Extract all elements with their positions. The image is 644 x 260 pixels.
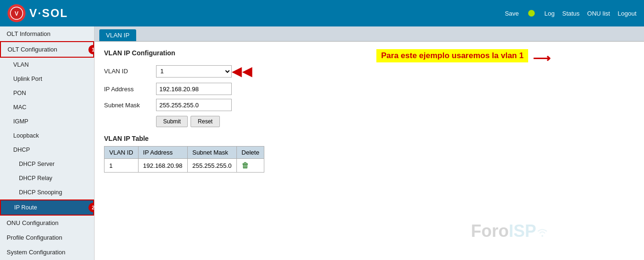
section-title: VLAN IP Configuration xyxy=(104,49,362,57)
ip-address-input[interactable] xyxy=(156,83,232,95)
long-arrow: ⟶ xyxy=(533,51,550,66)
sidebar-item-ip-route[interactable]: IP Route 2 xyxy=(0,199,94,216)
sidebar-item-dhcp-server[interactable]: DHCP Server xyxy=(0,157,94,171)
col-vlan-id: VLAN ID xyxy=(104,147,139,159)
form-row-subnet-mask: Subnet Mask xyxy=(104,99,362,111)
sidebar-item-system-configuration[interactable]: System Configuration xyxy=(0,245,94,260)
button-row: Submit Reset xyxy=(156,116,362,127)
header-links: Log Status ONU list Logout xyxy=(544,10,636,17)
sidebar-item-onu-configuration[interactable]: ONU Configuration xyxy=(0,216,94,230)
cell-ip-address: 192.168.20.98 xyxy=(138,159,187,173)
logo-area: V V·SOL xyxy=(8,4,68,22)
tab-bar: VLAN IP xyxy=(95,26,644,42)
col-delete: Delete xyxy=(236,147,264,159)
badge-1: 1 xyxy=(88,45,95,54)
save-button[interactable]: Save xyxy=(505,10,519,17)
cell-subnet-mask: 255.255.255.0 xyxy=(187,159,236,173)
sidebar-item-mac[interactable]: MAC xyxy=(0,100,94,114)
main-content: VLAN IP VLAN IP Configuration VLAN ID 1 … xyxy=(95,26,644,260)
header: V V·SOL Save Log Status ONU list Logout xyxy=(0,0,644,26)
sidebar-item-profile-configuration[interactable]: Profile Configuration xyxy=(0,230,94,245)
subnet-mask-input[interactable] xyxy=(156,99,232,111)
watermark-foro: Foro xyxy=(471,221,509,241)
sidebar-item-dhcp[interactable]: DHCP xyxy=(0,143,94,157)
col-ip-address: IP Address xyxy=(138,147,187,159)
vlan-id-label: VLAN ID xyxy=(104,68,156,75)
sidebar-item-uplink-port[interactable]: Uplink Port xyxy=(0,72,94,86)
header-right: Save Log Status ONU list Logout xyxy=(505,10,636,17)
subnet-mask-label: Subnet Mask xyxy=(104,102,156,109)
content-top: VLAN IP Configuration VLAN ID 1 2 10 100… xyxy=(104,49,635,127)
sidebar: OLT Information OLT Configuration 1 VLAN… xyxy=(0,26,95,260)
badge-2: 2 xyxy=(88,203,95,212)
watermark: Foro ISP xyxy=(471,221,549,241)
sidebar-item-dhcp-snooping[interactable]: DHCP Snooping xyxy=(0,185,94,199)
table-row: 1 192.168.20.98 255.255.255.0 🗑 xyxy=(104,159,264,173)
sidebar-item-vlan[interactable]: VLAN xyxy=(0,58,94,72)
sidebar-item-olt-information[interactable]: OLT Information xyxy=(0,26,94,41)
wifi-icon xyxy=(535,227,549,238)
status-indicator xyxy=(528,10,535,17)
delete-button[interactable]: 🗑 xyxy=(242,161,249,170)
vlan-id-select[interactable]: 1 2 10 100 xyxy=(156,65,232,78)
svg-point-2 xyxy=(541,235,543,237)
sidebar-item-igmp[interactable]: IGMP xyxy=(0,114,94,129)
brand-name: V·SOL xyxy=(29,7,68,20)
sidebar-item-loopback[interactable]: Loopback xyxy=(0,129,94,143)
logo-icon: V xyxy=(8,4,26,22)
cell-vlan-id: 1 xyxy=(104,159,139,173)
sidebar-item-dhcp-relay[interactable]: DHCP Relay xyxy=(0,171,94,185)
content-area: VLAN IP Configuration VLAN ID 1 2 10 100… xyxy=(95,42,644,180)
red-arrow-indicator: ◀◀ xyxy=(232,63,252,79)
tab-vlan-ip[interactable]: VLAN IP xyxy=(99,29,136,41)
annotation-text: Para este ejemplo usaremos la vlan 1 xyxy=(376,49,528,62)
form-row-ip-address: IP Address xyxy=(104,83,362,95)
col-subnet-mask: Subnet Mask xyxy=(187,147,236,159)
form-row-vlan-id: VLAN ID 1 2 10 100 ◀◀ xyxy=(104,63,362,79)
submit-button[interactable]: Submit xyxy=(156,116,188,127)
main-layout: OLT Information OLT Configuration 1 VLAN… xyxy=(0,26,644,260)
reset-button[interactable]: Reset xyxy=(191,116,219,127)
watermark-isp: ISP xyxy=(509,221,536,241)
ip-address-label: IP Address xyxy=(104,86,156,93)
logout-link[interactable]: Logout xyxy=(618,10,636,17)
cell-delete: 🗑 xyxy=(236,159,264,173)
log-link[interactable]: Log xyxy=(544,10,555,17)
onu-list-link[interactable]: ONU list xyxy=(587,10,610,17)
sidebar-item-olt-configuration[interactable]: OLT Configuration 1 xyxy=(0,41,94,58)
svg-text:V: V xyxy=(15,10,18,17)
sidebar-item-pon[interactable]: PON xyxy=(0,86,94,100)
vlan-ip-table: VLAN ID IP Address Subnet Mask Delete 1 … xyxy=(104,146,264,173)
form-area: VLAN IP Configuration VLAN ID 1 2 10 100… xyxy=(104,49,362,127)
annotation-area: Para este ejemplo usaremos la vlan 1 ⟶ xyxy=(362,49,635,67)
status-link[interactable]: Status xyxy=(562,10,580,17)
table-section-title: VLAN IP Table xyxy=(104,135,635,142)
